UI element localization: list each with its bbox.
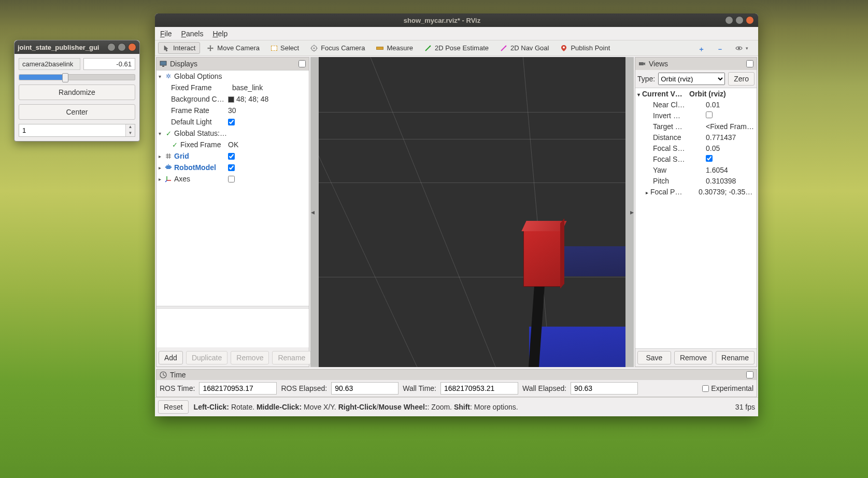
- tool-move-camera[interactable]: Move Camera: [202, 42, 264, 54]
- rviz-window: show_mycar.rviz* - RViz File Panels Help…: [155, 13, 758, 416]
- monitor-icon: [160, 60, 167, 67]
- clock-icon: [160, 371, 167, 378]
- time-collapse-check[interactable]: [746, 371, 753, 378]
- robot-body-bottom: [529, 327, 625, 367]
- add-button[interactable]: Add: [159, 351, 183, 364]
- stepper-up-icon[interactable]: ▲: [126, 124, 135, 131]
- views-tree[interactable]: ▾Current V… Orbit (rviz) Near Cl…0.01 In…: [635, 88, 757, 349]
- default-light-check[interactable]: [228, 119, 235, 125]
- tool-focus-camera[interactable]: Focus Camera: [306, 42, 369, 54]
- check-icon: ✓: [171, 141, 178, 148]
- randomize-button[interactable]: Randomize: [19, 85, 135, 100]
- select-icon: [271, 46, 277, 51]
- maximize-icon[interactable]: [735, 16, 744, 24]
- expand-icon[interactable]: ▾: [156, 131, 163, 136]
- save-view-button[interactable]: Save: [637, 351, 671, 364]
- minimize-icon[interactable]: [725, 16, 733, 24]
- displays-header-label: Displays: [170, 60, 197, 68]
- center-button[interactable]: Center: [19, 104, 135, 120]
- rate-input[interactable]: [19, 124, 125, 136]
- joint-value-input[interactable]: -0.61: [83, 58, 135, 70]
- svg-rect-5: [162, 66, 164, 67]
- grid-enable-check[interactable]: [228, 153, 235, 160]
- tool-visibility[interactable]: ▾: [731, 43, 753, 54]
- menu-panels[interactable]: Panels: [181, 30, 204, 38]
- experimental-toggle[interactable]: Experimental: [702, 384, 753, 392]
- svg-rect-10: [639, 62, 644, 65]
- measure-icon: [376, 47, 383, 50]
- remove-button[interactable]: Remove: [231, 351, 269, 364]
- menu-help[interactable]: Help: [212, 30, 227, 38]
- menu-file[interactable]: File: [160, 30, 172, 38]
- views-type-select[interactable]: Orbit (rviz): [658, 73, 725, 85]
- wall-elapsed-input[interactable]: [571, 382, 638, 395]
- grid-icon: [165, 152, 172, 160]
- views-header[interactable]: Views: [635, 58, 757, 70]
- minus-icon: －: [717, 45, 724, 52]
- axes-icon: [165, 175, 172, 182]
- rename-view-button[interactable]: Rename: [716, 351, 755, 364]
- tool-select[interactable]: Select: [266, 42, 304, 54]
- views-panel: Views Type: Orbit (rviz) Zero ▾Current V…: [635, 57, 757, 367]
- rviz-menubar: File Panels Help: [155, 27, 758, 40]
- 3d-viewport[interactable]: [319, 57, 625, 367]
- maximize-icon[interactable]: [118, 43, 126, 51]
- stepper-down-icon[interactable]: ▼: [126, 131, 135, 137]
- plus-icon: ＋: [698, 45, 705, 52]
- rviz-title: show_mycar.rviz* - RViz: [159, 17, 725, 24]
- views-type-label: Type:: [637, 75, 655, 83]
- status-bar: Reset Left-Click: Rotate. Middle-Click: …: [155, 397, 758, 416]
- tool-interact[interactable]: Interact: [158, 42, 200, 54]
- displays-header[interactable]: Displays: [156, 58, 309, 70]
- focal-s2-check[interactable]: [706, 155, 713, 162]
- close-icon[interactable]: [746, 16, 754, 24]
- nav-goal-icon: [500, 45, 507, 52]
- tool-2d-pose-estimate[interactable]: 2D Pose Estimate: [420, 42, 493, 54]
- rviz-titlebar[interactable]: show_mycar.rviz* - RViz: [155, 13, 758, 27]
- rename-button[interactable]: Rename: [272, 351, 311, 364]
- expand-icon[interactable]: ▸: [156, 153, 163, 159]
- invert-check[interactable]: [706, 111, 713, 118]
- tool-measure[interactable]: Measure: [372, 42, 418, 54]
- expand-icon[interactable]: ▸: [156, 176, 163, 182]
- wall-time-input[interactable]: [440, 382, 518, 395]
- robot-icon: [165, 164, 172, 171]
- tool-add[interactable]: ＋: [693, 43, 710, 54]
- svg-rect-7: [165, 166, 166, 168]
- close-icon[interactable]: [128, 43, 136, 51]
- joint-name-label: camera2baselink: [19, 58, 80, 70]
- svg-point-9: [168, 164, 169, 165]
- interact-icon: [163, 45, 170, 52]
- tool-publish-point[interactable]: Publish Point: [556, 42, 615, 54]
- remove-view-button[interactable]: Remove: [674, 351, 713, 364]
- eye-icon: [735, 45, 743, 52]
- reset-button[interactable]: Reset: [158, 400, 189, 414]
- tool-remove[interactable]: －: [712, 43, 729, 54]
- svg-point-2: [563, 46, 565, 48]
- robotmodel-enable-check[interactable]: [228, 164, 235, 171]
- ros-elapsed-input[interactable]: [331, 382, 399, 395]
- zero-button[interactable]: Zero: [728, 72, 755, 86]
- ros-time-input[interactable]: [199, 382, 277, 395]
- jsp-title: joint_state_publisher_gui: [18, 44, 107, 51]
- joint-slider[interactable]: [19, 74, 135, 80]
- splitter-left[interactable]: ◂: [310, 57, 315, 367]
- svg-rect-4: [160, 61, 166, 65]
- publish-point-icon: [560, 45, 567, 52]
- views-collapse-check[interactable]: [746, 60, 753, 67]
- duplicate-button[interactable]: Duplicate: [186, 351, 227, 364]
- slider-handle-icon[interactable]: [62, 73, 68, 82]
- expand-icon[interactable]: ▸: [156, 165, 163, 171]
- tool-2d-nav-goal[interactable]: 2D Nav Goal: [495, 42, 553, 54]
- displays-tree[interactable]: ▾ ✲ Global Options Fixed Frame base_link…: [156, 71, 309, 185]
- time-header-label: Time: [170, 371, 186, 379]
- minimize-icon[interactable]: [107, 43, 116, 51]
- axes-enable-check[interactable]: [228, 176, 235, 182]
- jsp-titlebar[interactable]: joint_state_publisher_gui: [15, 40, 139, 54]
- displays-collapse-check[interactable]: [298, 60, 306, 67]
- rate-stepper[interactable]: ▲ ▼: [19, 124, 135, 137]
- viewport-container: ◂ ▸: [310, 57, 634, 367]
- svg-rect-6: [166, 165, 170, 169]
- splitter-right[interactable]: ▸: [630, 57, 634, 367]
- expand-icon[interactable]: ▾: [156, 74, 163, 79]
